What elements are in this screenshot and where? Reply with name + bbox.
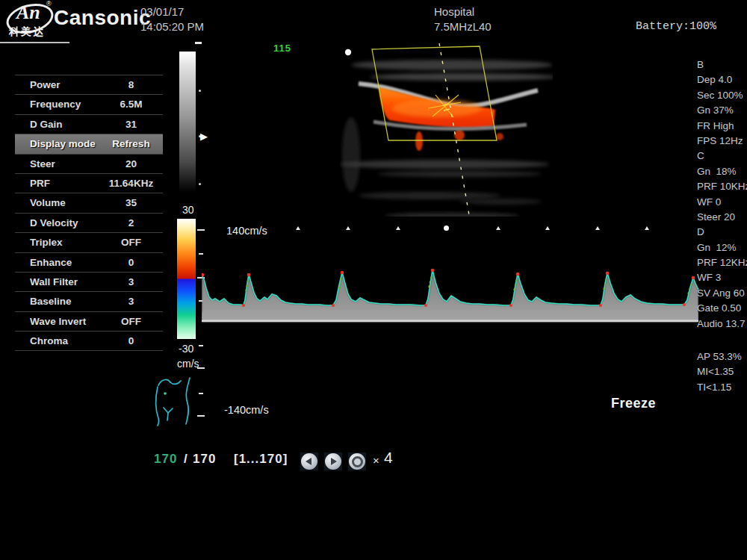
depth-tick — [199, 183, 201, 185]
index-line: AP 53.3% — [697, 351, 747, 366]
colorbar-max: 30 — [182, 204, 194, 216]
param-line: C — [697, 150, 747, 165]
menu-item-value: 3 — [96, 273, 167, 291]
velocity-tick — [199, 393, 203, 394]
menu-item[interactable]: Volume 35 — [15, 193, 163, 212]
param-line: B — [697, 59, 747, 74]
bmode-image — [340, 43, 553, 217]
menu-item-value: 20 — [96, 155, 167, 173]
focus-marker-icon: ▶ — [200, 131, 208, 142]
stop-button[interactable] — [348, 452, 366, 470]
param-line: Gn 37% — [697, 105, 747, 119]
menu-item-label: Wave Invert — [30, 312, 86, 331]
menu-item-value: 0 — [96, 332, 167, 350]
menu-item[interactable]: Baseline 3 — [15, 291, 163, 311]
play-button[interactable] — [324, 452, 342, 470]
menu-item[interactable]: Frequency 6.5M — [15, 94, 163, 113]
param-line: FR High — [697, 120, 747, 135]
menu-item-label: Power — [30, 75, 61, 94]
menu-item-label: D Gain — [30, 115, 63, 134]
menu-item-value: OFF — [96, 233, 167, 252]
menu-item-value: Refresh — [96, 134, 167, 153]
menu-item[interactable]: Steer 20 — [15, 154, 163, 173]
probe-info: 7.5MHzL40 — [434, 19, 492, 34]
velocity-tick — [197, 367, 205, 369]
body-marker-icon — [151, 373, 197, 427]
menu-item[interactable]: D Gain 31 — [15, 114, 163, 134]
menu-item[interactable]: D Velocity 2 — [15, 213, 163, 232]
menu-item-label: Volume — [30, 193, 66, 212]
play-icon — [331, 458, 337, 465]
colorbar-unit: cm/s — [177, 358, 199, 370]
menu-item[interactable]: Power 8 — [15, 75, 163, 94]
menu-item[interactable]: Chroma 0 — [15, 331, 163, 351]
color-doppler-bar — [177, 219, 196, 339]
frame-number: 115 — [273, 43, 291, 54]
menu-item-label: Display mode — [30, 134, 96, 153]
param-line: WF 0 — [697, 196, 747, 211]
speed-value: 4 — [384, 449, 393, 467]
menu-item[interactable]: Display mode Refresh — [15, 134, 163, 153]
hospital-name: Hospital — [434, 4, 492, 19]
menu-item-value: 8 — [96, 75, 167, 94]
menu-item[interactable]: Wave Invert OFF — [15, 311, 163, 331]
frame-separator: / — [184, 452, 188, 467]
brand-logo: An ® 科美达 Cansonic — [0, 0, 138, 43]
menu-item-label: Wall Filter — [30, 273, 78, 291]
param-line: Sec 100% — [697, 90, 747, 105]
grayscale-bar — [179, 52, 196, 193]
menu-item-value: 3 — [96, 292, 167, 311]
menu-item-label: Triplex — [30, 233, 63, 252]
brand-chinese: 科美达 — [9, 25, 45, 39]
menu-item-value: 2 — [96, 214, 167, 232]
menu-item-label: D Velocity — [30, 214, 78, 232]
ultrasound-screen: An ® 科美达 Cansonic 03/01/17 14:05:20 PM H… — [0, 0, 747, 560]
param-line: Audio 13.7 — [697, 318, 747, 333]
freeze-status: Freeze — [611, 396, 656, 411]
menu-item-value: 0 — [96, 253, 167, 272]
param-line: Gn 18% — [697, 166, 747, 181]
depth-tick — [195, 42, 202, 44]
menu-item-value: 35 — [96, 193, 167, 212]
spectrum-scale-bottom: -140cm/s — [224, 404, 269, 416]
depth-tick — [199, 90, 201, 92]
spectral-waveform — [202, 217, 698, 343]
menu-item-label: Baseline — [30, 292, 72, 311]
menu-item-value: OFF — [96, 312, 167, 331]
param-line: PRF 12KHz — [697, 257, 747, 272]
param-line: Gn 12% — [697, 242, 747, 257]
param-line: PRF 10KHz — [697, 181, 747, 196]
param-line: Gate 0.50 — [697, 302, 747, 317]
param-line: SV Ang 60 — [697, 287, 747, 302]
speed-mult-sign: × — [373, 454, 379, 467]
frame-range: [1...170] — [234, 452, 288, 467]
menu-item[interactable]: Enhance 0 — [15, 252, 163, 272]
param-line: Dep 4.0 — [697, 74, 747, 89]
registered-mark: ® — [46, 0, 52, 7]
frame-total: 170 — [193, 452, 216, 467]
menu-item-label: Enhance — [30, 253, 72, 272]
parameter-menu: Power 8 Frequency 6.5M D Gain 31 Display… — [15, 75, 163, 351]
menu-item[interactable]: Wall Filter 3 — [15, 272, 163, 291]
index-line: TI<1.15 — [697, 382, 747, 396]
brand-name: Cansonic — [54, 6, 151, 30]
velocity-tick — [199, 345, 203, 346]
record-ring-icon — [352, 456, 363, 467]
menu-item-label: Frequency — [30, 95, 81, 113]
param-line: Steer 20 — [697, 211, 747, 226]
logo-an-script: An — [16, 1, 40, 24]
frame-current: 170 — [154, 452, 177, 467]
menu-item-label: Steer — [30, 155, 55, 173]
param-line: WF 3 — [697, 272, 747, 287]
battery-status: Battery:100% — [636, 20, 716, 33]
menu-item-value: 6.5M — [96, 95, 167, 113]
menu-item-label: Chroma — [30, 332, 68, 350]
menu-item[interactable]: Triplex OFF — [15, 232, 163, 252]
velocity-tick — [197, 415, 205, 417]
menu-item[interactable]: PRF 11.64KHz — [15, 173, 163, 193]
logo-underline — [0, 42, 69, 43]
menu-item-value: 11.64KHz — [96, 174, 167, 193]
menu-item-label: PRF — [30, 174, 50, 193]
date-text: 03/01/17 — [140, 4, 204, 19]
prev-frame-button[interactable] — [300, 452, 318, 470]
